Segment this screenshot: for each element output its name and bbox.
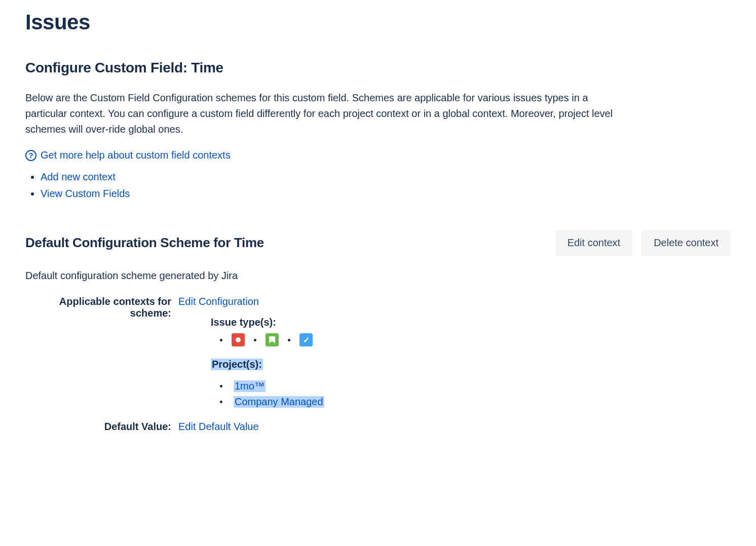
issue-types-heading: Issue type(s): [211, 317, 731, 328]
page-title: Issues [25, 10, 731, 34]
project-list-item: 1mo™ [220, 380, 731, 392]
scheme-description: Default configuration scheme generated b… [25, 270, 731, 282]
help-icon: ? [25, 150, 36, 161]
bullet-dot [288, 339, 290, 341]
issue-types-list: ✓ [220, 333, 731, 346]
add-context-link[interactable]: Add new context [41, 171, 116, 182]
bullet-dot [220, 385, 222, 387]
default-value-row: Default Value: Edit Default Value [25, 421, 731, 433]
edit-default-value-link[interactable]: Edit Default Value [178, 421, 259, 432]
applicable-contexts-label: Applicable contexts for scheme: [25, 296, 178, 412]
bullet-dot [254, 339, 256, 341]
issue-type-bug-icon [232, 333, 245, 346]
edit-context-button[interactable]: Edit context [555, 230, 633, 256]
section-description: Below are the Custom Field Configuration… [25, 90, 623, 137]
scheme-title: Default Configuration Scheme for Time [25, 235, 264, 251]
issue-type-story-icon [266, 333, 279, 346]
help-link[interactable]: Get more help about custom field context… [41, 149, 231, 161]
project-link[interactable]: Company Managed [234, 396, 324, 408]
view-custom-fields-link[interactable]: View Custom Fields [41, 188, 130, 199]
projects-list: 1mo™ Company Managed [220, 380, 731, 408]
scheme-header: Default Configuration Scheme for Time Ed… [25, 230, 731, 256]
project-link[interactable]: 1mo™ [234, 380, 266, 392]
projects-heading: Project(s): [211, 359, 263, 370]
help-link-row: ? Get more help about custom field conte… [25, 149, 731, 161]
action-list: Add new context View Custom Fields [25, 171, 731, 200]
bullet-dot [220, 339, 222, 341]
edit-configuration-link[interactable]: Edit Configuration [178, 296, 259, 307]
bullet-dot [220, 401, 222, 403]
default-value-label: Default Value: [25, 421, 178, 433]
issue-type-task-icon: ✓ [299, 333, 313, 346]
section-title: Configure Custom Field: Time [25, 60, 731, 76]
scheme-actions: Edit context Delete context [555, 230, 731, 256]
delete-context-button[interactable]: Delete context [641, 230, 731, 256]
applicable-contexts-row: Applicable contexts for scheme: Edit Con… [25, 296, 731, 412]
project-list-item: Company Managed [220, 396, 731, 408]
